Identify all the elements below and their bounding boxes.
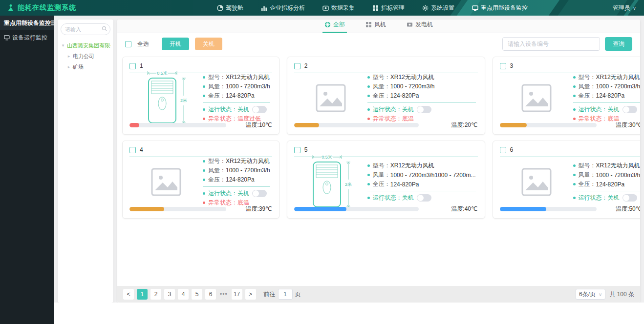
device-checkbox[interactable] bbox=[129, 63, 136, 69]
tree-node-power-company[interactable]: ▸ 电力公司 bbox=[61, 51, 110, 61]
power-toggle[interactable] bbox=[417, 194, 431, 202]
device-card-grid: 1 0.5米 bbox=[117, 55, 640, 219]
device-checkbox[interactable] bbox=[294, 63, 301, 69]
tab-label: 风机 bbox=[374, 20, 386, 29]
device-checkbox[interactable] bbox=[500, 63, 506, 69]
page-button-3[interactable]: 3 bbox=[164, 289, 175, 300]
device-id: 1 bbox=[140, 62, 143, 69]
temperature-bar bbox=[129, 207, 226, 211]
sidebar-item-device-monitoring[interactable]: 设备运行监控 bbox=[0, 30, 54, 45]
nav-item-key-equipment-monitoring[interactable]: 重点用能设备监控 bbox=[465, 0, 535, 16]
next-page-button[interactable]: > bbox=[245, 289, 256, 300]
caret-down-icon[interactable]: ▾ bbox=[61, 43, 65, 48]
user-menu[interactable]: 管理员 ∨ bbox=[613, 4, 644, 12]
caret-right-icon[interactable]: ▸ bbox=[66, 64, 71, 69]
temperature-text: 温度:10℃ bbox=[246, 121, 272, 129]
generator-icon bbox=[407, 21, 413, 28]
svg-text:0.5米: 0.5米 bbox=[322, 155, 332, 160]
temperature-bar bbox=[500, 207, 597, 211]
airflow-value: 1000 - 7200m3/h bbox=[226, 83, 270, 90]
device-checkbox[interactable] bbox=[294, 147, 301, 153]
device-checkbox[interactable] bbox=[500, 147, 506, 153]
airflow-value: 1000 - 7200m3/h bbox=[390, 83, 435, 90]
sidebar-title: 重点用能设备监控 bbox=[4, 19, 51, 27]
temperature-bar bbox=[500, 123, 597, 127]
monitor-small-icon bbox=[4, 35, 10, 40]
temperature-text: 温度:50℃ bbox=[616, 205, 640, 213]
nav-label: 指标管理 bbox=[381, 4, 405, 12]
temperature-bar bbox=[294, 123, 419, 127]
power-toggle[interactable] bbox=[417, 106, 431, 113]
page-button-4[interactable]: 4 bbox=[178, 289, 189, 300]
tab-label: 全部 bbox=[333, 20, 345, 29]
device-number-input[interactable] bbox=[502, 37, 600, 51]
fan-diagram: 0.5米 2米 bbox=[294, 160, 367, 203]
main-panel: 全部 风机 发电机 bbox=[117, 20, 640, 303]
page-button-6[interactable]: 6 bbox=[205, 289, 216, 300]
power-on-button[interactable]: 开机 bbox=[162, 38, 189, 50]
device-checkbox[interactable] bbox=[129, 147, 136, 153]
device-card-3: 3 型号：XR12无动力风机 风量：1000 - 7200m3/h bbox=[493, 57, 640, 135]
nav-item-indicator-management[interactable]: 指标管理 bbox=[365, 0, 411, 16]
image-placeholder-icon bbox=[129, 160, 203, 203]
goto-suffix: 页 bbox=[295, 290, 301, 299]
bar-chart-icon bbox=[261, 5, 267, 11]
more-pages-icon[interactable]: ••• bbox=[219, 291, 229, 298]
caret-right-icon[interactable]: ▸ bbox=[66, 54, 71, 59]
page-button-1[interactable]: 1 bbox=[137, 289, 148, 300]
run-state-value: 关机 bbox=[608, 194, 620, 202]
power-off-button[interactable]: 关机 bbox=[195, 38, 222, 50]
pagination-bar: < 1 2 3 4 5 6 ••• 17 > 前往 页 bbox=[117, 286, 640, 303]
page-size-select[interactable]: 6条/页 ∨ bbox=[576, 289, 605, 300]
fan-diagram: 0.5米 2米 bbox=[129, 76, 203, 120]
tree-node-mine[interactable]: ▸ 矿场 bbox=[61, 61, 110, 72]
airflow-value: 1000 - 7200m3/h bbox=[596, 83, 640, 90]
model-value: XR12无动力风机 bbox=[390, 73, 434, 81]
power-toggle[interactable] bbox=[252, 190, 267, 197]
run-state-value: 关机 bbox=[402, 194, 414, 202]
nav-item-indicator-analysis[interactable]: 企业指标分析 bbox=[254, 0, 312, 16]
gear-icon bbox=[422, 5, 429, 11]
device-card-2: 2 型号：XR12无动力风机 风量：1000 - 7200m3/h bbox=[287, 57, 485, 135]
org-tree-panel: ▾ 山西潞安集团有限公司 ▸ 电力公司 ▸ 矿场 bbox=[58, 20, 113, 303]
nav-label: 系统设置 bbox=[431, 4, 454, 12]
airflow-value: 1000 - 7200m3/h bbox=[226, 167, 270, 174]
nav-item-data-collection[interactable]: 数据采集 bbox=[316, 0, 362, 16]
power-toggle[interactable] bbox=[623, 106, 637, 113]
query-button[interactable]: 查询 bbox=[605, 37, 632, 51]
tab-generator[interactable]: 发电机 bbox=[405, 20, 435, 33]
device-id: 5 bbox=[304, 146, 308, 153]
tab-label: 发电机 bbox=[415, 20, 433, 29]
nav-label: 重点用能设备监控 bbox=[481, 4, 528, 12]
power-toggle[interactable] bbox=[252, 106, 267, 113]
grid-icon bbox=[372, 5, 379, 11]
prev-page-button[interactable]: < bbox=[123, 289, 134, 300]
temperature-text: 温度:40℃ bbox=[451, 205, 477, 213]
svg-text:2米: 2米 bbox=[345, 182, 352, 187]
data-collect-icon bbox=[322, 5, 329, 11]
page-button-17[interactable]: 17 bbox=[232, 289, 242, 300]
temperature-text: 温度:30℃ bbox=[616, 121, 640, 129]
page-button-2[interactable]: 2 bbox=[150, 289, 161, 300]
monitor-icon bbox=[472, 5, 478, 11]
device-id: 4 bbox=[140, 146, 143, 153]
goto-page-input[interactable] bbox=[278, 289, 293, 300]
select-all-checkbox[interactable] bbox=[125, 41, 131, 47]
tab-fan[interactable]: 风机 bbox=[364, 20, 388, 33]
device-card-6: 6 型号：XR12无动力风机 风量：1000 - 7200m3/h bbox=[493, 141, 640, 219]
pressure-value: 124-820Pa bbox=[226, 176, 255, 183]
user-name: 管理员 bbox=[613, 4, 630, 12]
temperature-bar bbox=[129, 123, 226, 127]
nav-item-cockpit[interactable]: 驾驶舱 bbox=[210, 0, 250, 16]
power-toggle[interactable] bbox=[623, 194, 637, 202]
model-value: XR12无动力风机 bbox=[390, 162, 434, 170]
total-count: 共 100 条 bbox=[609, 290, 634, 299]
tab-all[interactable]: 全部 bbox=[322, 20, 347, 33]
dashboard-pie-icon bbox=[217, 5, 223, 11]
page-button-5[interactable]: 5 bbox=[192, 289, 202, 300]
image-placeholder-icon bbox=[500, 160, 573, 203]
nav-item-system-settings[interactable]: 系统设置 bbox=[415, 0, 461, 16]
nav-label: 驾驶舱 bbox=[226, 4, 243, 12]
tree-node-company[interactable]: ▾ 山西潞安集团有限公司 bbox=[61, 40, 110, 51]
temperature-text: 温度:39℃ bbox=[246, 205, 272, 213]
